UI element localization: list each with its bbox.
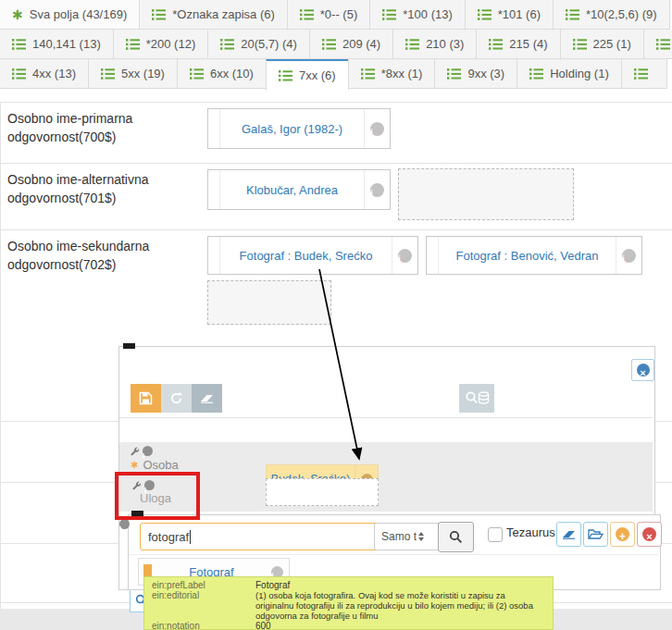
- search-input[interactable]: fotograf: [140, 523, 384, 550]
- term-details-tooltip: ein:prefLabel Fotograf ein:editorial (1)…: [143, 576, 554, 630]
- search-input-value: fotograf: [148, 530, 189, 544]
- tab-label: Holding (1): [550, 67, 609, 80]
- eraser-icon: [200, 393, 215, 403]
- field-label-702: Osobno ime-sekundarna odgovornost(702$): [7, 237, 200, 275]
- info-icon: [370, 122, 384, 136]
- empty-slot-701[interactable]: [398, 168, 574, 220]
- authority-chip-701[interactable]: Klobučar, Andrea: [207, 169, 391, 210]
- tab-6xx[interactable]: 6xx (10): [177, 59, 267, 89]
- open-folder-button[interactable]: [583, 522, 608, 547]
- floppy-icon: [139, 391, 153, 405]
- search-scope-select[interactable]: Samo te: [374, 523, 443, 550]
- refresh-icon: [169, 391, 183, 405]
- tab-overflow-1[interactable]: [643, 30, 672, 59]
- authority-link[interactable]: Fotograf : Benović, Vedran: [439, 237, 616, 274]
- chip-info-area[interactable]: [392, 237, 417, 274]
- authority-link[interactable]: Klobučar, Andrea: [220, 170, 364, 209]
- list-icon: [566, 9, 579, 20]
- list-icon: [12, 39, 26, 50]
- tab-row-2: 140,141 (13) *200 (12) 20(5,7) (4) 209 (…: [0, 30, 672, 59]
- field-label-701: Osobno ime-alternativna odgovornost(701$…: [7, 170, 200, 208]
- form-left-border: [0, 102, 1, 609]
- tab-5xx[interactable]: 5xx (19): [88, 59, 178, 89]
- tab-100[interactable]: *100 (13): [369, 0, 465, 30]
- red-annotation-box: [115, 472, 200, 520]
- x-icon: [642, 527, 656, 541]
- tab-row-3: 4xx (13) 5xx (19) 6xx (10) 7xx (6) *8xx …: [0, 59, 672, 91]
- panel-divider: [129, 554, 658, 555]
- uloga-empty-slot[interactable]: [266, 478, 379, 506]
- wrench-icon[interactable]: [131, 447, 140, 456]
- remove-button[interactable]: [637, 522, 662, 547]
- search-button[interactable]: [438, 522, 474, 552]
- osoba-label-text: Osoba: [143, 458, 178, 472]
- list-icon: [529, 68, 543, 80]
- list-icon: [12, 68, 26, 80]
- save-button[interactable]: [131, 384, 161, 413]
- tab-overflow-2[interactable]: [621, 59, 667, 89]
- list-icon: [101, 68, 115, 80]
- tooltip-value: 600: [255, 621, 545, 630]
- tab-7xx-active[interactable]: 7xx (6): [266, 59, 349, 91]
- tab-label: *Oznaka zapisa (6): [172, 7, 275, 21]
- tab-label: *100 (13): [403, 7, 452, 21]
- tab-101[interactable]: *101 (6): [465, 0, 554, 30]
- info-icon: [622, 249, 636, 263]
- clear-button[interactable]: [192, 384, 222, 413]
- info-icon[interactable]: [143, 446, 153, 456]
- authority-link[interactable]: Galaš, Igor (1982-): [220, 109, 364, 148]
- tooltip-key: ein:editorial: [152, 590, 255, 621]
- chip-info-area[interactable]: [616, 237, 641, 274]
- refresh-button[interactable]: [161, 384, 192, 413]
- folder-icon: [588, 528, 604, 540]
- tab-label: 210 (3): [426, 37, 464, 51]
- list-icon: [447, 68, 461, 80]
- list-icon: [152, 9, 166, 20]
- tab-8xx[interactable]: *8xx (1): [348, 59, 436, 89]
- authority-link[interactable]: Fotograf : Budek, Srećko: [220, 237, 392, 274]
- tab-oznaka-zapisa[interactable]: *Oznaka zapisa (6): [139, 0, 288, 30]
- tab-row-1: Sva polja (43/169) *Oznaka zapisa (6) *0…: [0, 0, 672, 30]
- tab-label: *0-- (5): [320, 7, 357, 21]
- authority-chip-702-2[interactable]: Fotograf : Benović, Vedran: [426, 236, 642, 275]
- authority-chip-702-1[interactable]: Fotograf : Budek, Srećko: [207, 236, 418, 275]
- empty-slot-702[interactable]: [207, 280, 331, 325]
- tezaurus-checkbox[interactable]: [488, 527, 503, 542]
- search-info-icon[interactable]: [119, 519, 130, 529]
- popup-drag-handle[interactable]: [123, 343, 135, 349]
- tooltip-row: ein:editorial (1) osoba koja fotografira…: [152, 590, 545, 621]
- tab-label: *8xx (1): [381, 67, 423, 80]
- list-icon: [190, 68, 204, 80]
- osoba-field-label: Osoba: [131, 458, 179, 472]
- tab-10-2-5-6[interactable]: *10(2,5,6) (9): [553, 0, 670, 30]
- tab-210[interactable]: 210 (3): [392, 30, 477, 59]
- search-database-button[interactable]: [459, 384, 494, 413]
- select-spinner-icon: [418, 532, 424, 541]
- tab-9xx[interactable]: 9xx (3): [434, 59, 517, 89]
- tab-209[interactable]: 209 (4): [309, 30, 393, 59]
- popup-close-button[interactable]: [631, 359, 654, 381]
- chip-info-area[interactable]: [364, 170, 390, 209]
- tab-215[interactable]: 215 (4): [476, 30, 560, 59]
- tab-225[interactable]: 225 (1): [560, 30, 644, 59]
- field-label-700: Osobno ime-primarna odgovornost(700$): [7, 109, 200, 147]
- chip-info-area[interactable]: [364, 109, 390, 148]
- osoba-field-tools: [131, 446, 153, 456]
- clear-search-button[interactable]: [556, 522, 581, 547]
- tab-20-5-7[interactable]: 20(5,7) (4): [207, 30, 310, 59]
- tooltip-value: (1) osoba koja fotografira. Ovaj kod se …: [255, 590, 545, 621]
- tab-sva-polja[interactable]: Sva polja (43/169): [0, 0, 140, 30]
- tab-holding[interactable]: Holding (1): [516, 59, 622, 89]
- tab-label: *101 (6): [498, 7, 541, 21]
- tab-140-141[interactable]: 140,141 (13): [0, 30, 114, 59]
- list-icon: [220, 39, 234, 50]
- tab-200[interactable]: *200 (12): [113, 30, 208, 59]
- tab-0[interactable]: *0-- (5): [287, 0, 370, 30]
- list-icon: [126, 39, 140, 50]
- tab-label: 9xx (3): [467, 67, 504, 80]
- tab-4xx[interactable]: 4xx (13): [0, 59, 89, 89]
- asterisk-icon: [12, 7, 23, 22]
- add-button[interactable]: [610, 522, 635, 547]
- tooltip-key: ein:notation: [152, 621, 255, 630]
- authority-chip-700[interactable]: Galaš, Igor (1982-): [207, 108, 391, 149]
